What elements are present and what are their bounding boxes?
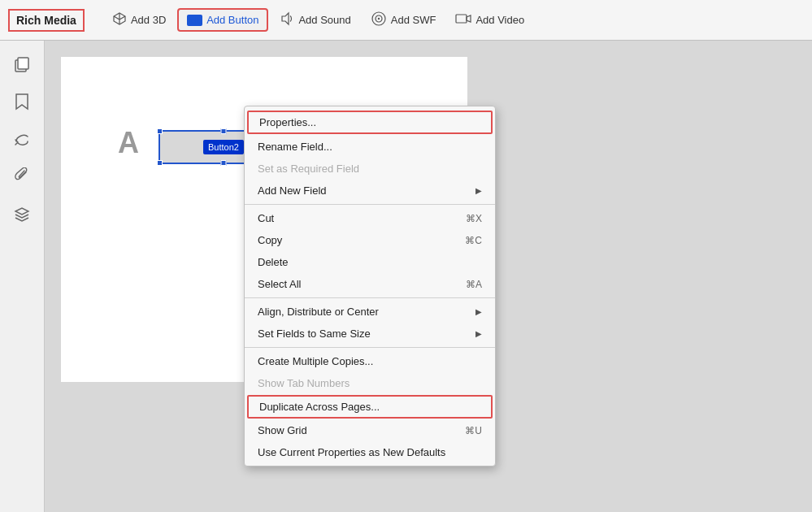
ctx-label-duplicate-across: Duplicate Across Pages... [259, 401, 380, 413]
ctx-item-select-all[interactable]: Select All⌘A [245, 273, 495, 295]
handle-bl [157, 160, 163, 166]
canvas-text-a: A [118, 126, 138, 160]
sidebar-bookmark-icon[interactable] [11, 90, 33, 113]
ctx-item-show-grid[interactable]: Show Grid⌘U [245, 419, 495, 441]
ctx-item-show-tab-numbers[interactable]: Show Tab Numbers [245, 372, 495, 394]
ctx-item-set-fields-size[interactable]: Set Fields to Same Size▶ [245, 323, 495, 345]
ctx-item-create-copies[interactable]: Create Multiple Copies... [245, 350, 495, 372]
ctx-item-properties[interactable]: Properties... [247, 111, 493, 134]
ctx-item-cut[interactable]: Cut⌘X [245, 207, 495, 229]
sidebar-loop-icon[interactable] [11, 128, 33, 150]
cube-icon [112, 11, 127, 29]
ctx-arrow-set-fields-size: ▶ [475, 329, 482, 338]
swf-icon [371, 11, 387, 29]
ctx-item-delete[interactable]: Delete [245, 251, 495, 273]
separator-separator2 [245, 297, 495, 298]
video-icon [455, 11, 471, 29]
handle-tl [157, 128, 163, 134]
ctx-label-rename-field: Rename Field... [258, 141, 332, 153]
ctx-item-rename-field[interactable]: Rename Field... [245, 136, 495, 158]
svg-rect-6 [18, 58, 28, 69]
sidebar-attachment-icon[interactable] [11, 165, 33, 188]
button-label-badge: Button2 [203, 140, 244, 154]
svg-point-3 [378, 17, 380, 19]
ctx-label-use-current-props: Use Current Properties as New Defaults [258, 446, 445, 458]
add-sound-button[interactable]: Add Sound [271, 7, 358, 33]
sidebar [0, 41, 45, 512]
ctx-item-set-required[interactable]: Set as Required Field [245, 158, 495, 180]
sound-svg [280, 11, 294, 26]
sidebar-layers-icon[interactable] [11, 202, 33, 225]
add-3d-label: Add 3D [131, 14, 166, 26]
ctx-label-copy: Copy [258, 234, 282, 246]
add-button-label: Add Button [206, 14, 258, 26]
separator-separator1 [245, 204, 495, 205]
ctx-label-cut: Cut [258, 212, 274, 224]
ctx-label-set-required: Set as Required Field [258, 163, 359, 175]
ctx-label-show-grid: Show Grid [258, 424, 307, 436]
add-video-button[interactable]: Add Video [447, 7, 532, 33]
handle-bm [221, 160, 227, 166]
toolbar: Rich Media Add 3D ok Add Button Add Soun… [0, 0, 812, 41]
ctx-item-add-new-field[interactable]: Add New Field▶ [245, 180, 495, 202]
add-3d-button[interactable]: Add 3D [104, 7, 174, 33]
video-svg [455, 11, 471, 26]
handle-tm [221, 128, 227, 134]
svg-marker-0 [282, 13, 289, 24]
ctx-shortcut-copy: ⌘C [465, 235, 482, 246]
context-menu: Properties...Rename Field...Set as Requi… [244, 106, 496, 466]
ctx-arrow-add-new-field: ▶ [475, 186, 482, 195]
ctx-label-properties: Properties... [259, 116, 316, 128]
ctx-label-show-tab-numbers: Show Tab Numbers [258, 377, 350, 389]
ctx-item-duplicate-across[interactable]: Duplicate Across Pages... [247, 395, 493, 419]
sound-icon [280, 11, 294, 29]
ctx-label-add-new-field: Add New Field [258, 184, 327, 197]
ctx-shortcut-cut: ⌘X [466, 213, 482, 224]
add-swf-button[interactable]: Add SWF [363, 7, 445, 33]
ctx-shortcut-select-all: ⌘A [466, 279, 482, 290]
cube-svg [112, 11, 127, 26]
add-video-label: Add Video [475, 14, 524, 26]
add-sound-label: Add Sound [298, 14, 350, 26]
ctx-item-copy[interactable]: Copy⌘C [245, 229, 495, 251]
ctx-item-use-current-props[interactable]: Use Current Properties as New Defaults [245, 441, 495, 463]
ok-badge: ok [187, 15, 202, 26]
add-swf-label: Add SWF [391, 14, 436, 26]
ctx-label-delete: Delete [258, 256, 289, 268]
ctx-label-create-copies: Create Multiple Copies... [258, 355, 373, 367]
separator-separator3 [245, 347, 495, 348]
ctx-shortcut-show-grid: ⌘U [465, 425, 482, 436]
svg-rect-4 [456, 15, 467, 23]
ctx-arrow-align: ▶ [475, 307, 482, 316]
add-button-button[interactable]: ok Add Button [177, 8, 268, 32]
ctx-label-align: Align, Distribute or Center [258, 306, 379, 318]
ctx-item-align[interactable]: Align, Distribute or Center▶ [245, 301, 495, 323]
ctx-label-set-fields-size: Set Fields to Same Size [258, 328, 371, 340]
sidebar-copy-icon[interactable] [11, 53, 33, 76]
rich-media-brand[interactable]: Rich Media [8, 9, 85, 32]
swf-svg [371, 11, 387, 26]
ctx-label-select-all: Select All [258, 278, 301, 290]
